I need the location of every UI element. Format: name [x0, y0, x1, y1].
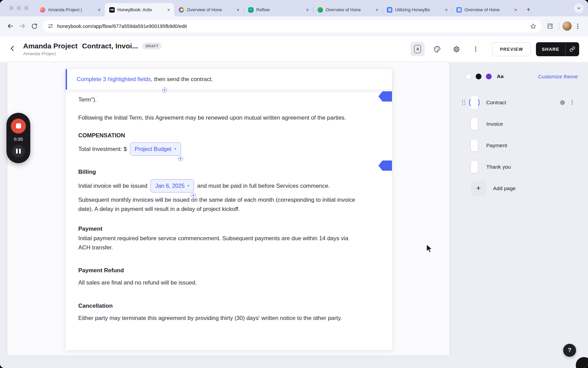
url-text[interactable]: honeybook.com/app/flow/677a559da591e9001… [57, 24, 526, 29]
theme-swatch-black[interactable] [476, 74, 481, 79]
tab-reflow[interactable]: ~ Reflow × [244, 3, 313, 16]
tab-close-icon[interactable]: × [374, 7, 380, 13]
minimize-window-button[interactable] [17, 6, 21, 10]
add-page-plus-icon[interactable]: + [471, 181, 486, 196]
invoice-date-field-chip[interactable]: Jan 6, 2025 * [150, 179, 194, 193]
address-bar[interactable]: honeybook.com/app/flow/677a559da591e9001… [43, 20, 541, 32]
page-settings-gear-icon[interactable] [559, 99, 566, 106]
required-asterisk-icon: * [187, 182, 189, 191]
font-sample: Aa [497, 73, 504, 79]
pause-recording-button[interactable] [12, 145, 25, 158]
app-back-button[interactable] [9, 45, 16, 53]
close-window-button[interactable] [9, 6, 14, 10]
smart-field-icon[interactable] [162, 88, 167, 93]
blue-doc-icon [456, 7, 462, 13]
tab-close-icon[interactable]: × [166, 7, 172, 13]
page-thumbnail-selected[interactable] [469, 98, 479, 107]
banner-rest-text: , then send the contract. [151, 76, 213, 83]
profile-avatar[interactable] [562, 21, 572, 31]
new-tab-button[interactable]: + [523, 4, 534, 15]
copy-link-icon[interactable] [566, 46, 579, 52]
more-options-kebab-icon[interactable] [469, 42, 483, 56]
bookmark-star-icon[interactable] [530, 23, 537, 30]
settings-gear-button[interactable] [449, 42, 463, 56]
tab-strip: Amanda Project | × HB HoneyBook: Activ ×… [0, 0, 588, 16]
share-label: SHARE [536, 47, 565, 52]
tab-close-icon[interactable]: × [443, 7, 449, 13]
title-block: Amanda Project Contract, Invoi... DRAFT … [23, 42, 162, 56]
help-button[interactable]: ? [563, 344, 576, 357]
section-heading: Payment [78, 224, 358, 233]
tab-honeybook-active[interactable]: HB HoneyBook: Activ × [105, 3, 174, 16]
reflow-icon: ~ [248, 7, 254, 13]
add-page-row[interactable]: + Add page [461, 178, 578, 199]
paragraph: Term"). [78, 95, 357, 104]
highlighted-fields-banner: Complete 3 highlighted fields, then send… [66, 69, 392, 90]
tab-title: Amanda Project | [48, 7, 94, 12]
tab-utilizing-honeybook[interactable]: Utilizing HoneyBo × [382, 3, 452, 16]
back-button[interactable] [4, 20, 16, 32]
page-options-kebab-icon[interactable] [569, 99, 575, 105]
palette-icon [433, 45, 441, 53]
app-header: Amanda Project Contract, Invoi... DRAFT … [0, 36, 588, 62]
green-app-icon [317, 7, 323, 13]
tab-title: Overview of Hone [187, 7, 232, 12]
customize-theme-link[interactable]: Customize theme [538, 74, 578, 79]
tab-title: Overview of Hone [464, 7, 510, 12]
tab-title: Reflow [256, 7, 302, 12]
tab-search-chevron-icon[interactable] [574, 3, 584, 13]
stop-recording-button[interactable] [11, 119, 26, 134]
tab-close-icon[interactable]: × [513, 7, 519, 13]
paragraph: Initial payment required before service … [78, 234, 357, 252]
theme-palette-button[interactable] [430, 42, 444, 56]
honeybook-hb-icon: HB [109, 7, 115, 13]
page-row-thank-you[interactable]: Thank you [461, 156, 578, 178]
page-row-payment[interactable]: Payment [461, 135, 578, 156]
line-text: and must be paid in full before Services… [197, 181, 330, 190]
page-label[interactable]: Payment [486, 142, 507, 149]
browser-toolbar: honeybook.com/app/flow/677a559da591e9001… [0, 16, 588, 36]
contract-text: Term"). Following the Initial Term, this… [66, 90, 379, 323]
add-page-label[interactable]: Add page [493, 185, 516, 191]
paragraph: Subsequent monthly invoices will be issu… [78, 195, 357, 214]
required-field-flag-marker[interactable] [378, 160, 392, 171]
preview-button[interactable]: PREVIEW [492, 42, 531, 56]
tab-close-icon[interactable]: × [235, 7, 241, 13]
tab-title: Utilizing HoneyBo [395, 7, 441, 12]
drag-handle-icon[interactable] [461, 99, 466, 105]
page-thumbnail[interactable] [469, 141, 479, 150]
page-row-invoice[interactable]: Invoice [461, 113, 578, 135]
pages-count-icon: 4 [414, 45, 421, 53]
required-field-flag-marker[interactable] [378, 91, 392, 102]
theme-swatch-purple[interactable] [486, 74, 492, 79]
project-budget-field-chip[interactable]: Project Budget * [130, 142, 181, 156]
tab-overview-1[interactable]: Overview of Hone × [174, 3, 244, 16]
pages-count-button[interactable]: 4 [410, 42, 425, 56]
page-label[interactable]: Contract [486, 99, 506, 106]
share-button[interactable]: SHARE [536, 42, 579, 56]
page-label[interactable]: Invoice [486, 121, 503, 127]
page-thumbnail[interactable] [469, 163, 479, 171]
browser-menu-kebab-icon[interactable] [572, 20, 584, 32]
tab-overview-2[interactable]: Overview of Hone × [313, 3, 382, 16]
tab-close-icon[interactable]: × [96, 7, 102, 13]
section-heading: Payment Refund [78, 266, 358, 275]
tab-amanda-project[interactable]: Amanda Project | × [35, 3, 105, 16]
smart-field-icon[interactable] [178, 156, 183, 161]
banner-highlight-text: Complete 3 highlighted fields [77, 76, 151, 83]
zoom-window-button[interactable] [24, 6, 29, 10]
contract-page[interactable]: Complete 3 highlighted fields, then send… [66, 69, 392, 350]
tab-close-icon[interactable]: × [305, 7, 310, 13]
refresh-button[interactable] [28, 20, 40, 32]
extensions-puzzle-icon[interactable] [544, 20, 556, 32]
page-thumbnail[interactable] [469, 120, 479, 128]
toolbar-divider [559, 23, 559, 30]
tab-overview-3[interactable]: Overview of Hone × [452, 3, 521, 16]
theme-row: Aa Customize theme [466, 73, 578, 79]
page-row-contract[interactable]: Contract [461, 92, 578, 113]
site-settings-icon [48, 23, 53, 29]
page-label[interactable]: Thank you [486, 164, 511, 170]
page-list: Contract Invoice Payment [461, 92, 578, 199]
theme-swatch-white[interactable] [466, 74, 471, 79]
forward-button[interactable] [16, 20, 28, 32]
